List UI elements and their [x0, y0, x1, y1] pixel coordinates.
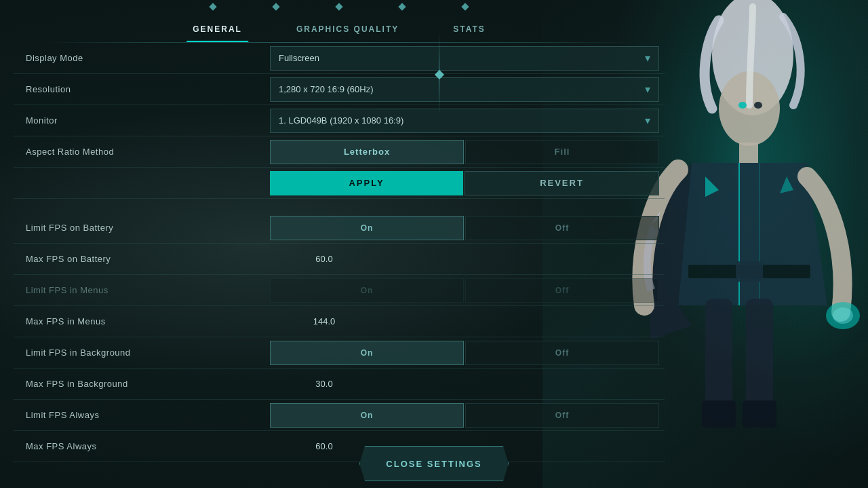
- monitor-controls: 1. LGD049B (1920 x 1080 16:9) ▾: [270, 109, 659, 133]
- limit-fps-battery-off[interactable]: Off: [465, 216, 659, 240]
- limit-fps-always-controls: On Off: [270, 403, 659, 428]
- limit-fps-battery-on[interactable]: On: [270, 216, 464, 240]
- max-fps-menus-value: 144.0: [270, 309, 378, 334]
- svg-point-5: [833, 307, 853, 324]
- spacer-row: [14, 199, 665, 212]
- monitor-arrow: ▾: [645, 114, 650, 127]
- svg-point-13: [754, 102, 762, 109]
- close-settings-button[interactable]: CLOSE SETTINGS: [359, 446, 509, 481]
- settings-panel: GENERAL GRAPHICS QUALITY STATS Display M…: [0, 0, 678, 488]
- diamond-5: [461, 3, 469, 10]
- limit-fps-always-on[interactable]: On: [270, 403, 464, 428]
- display-mode-value: Fullscreen: [279, 53, 319, 63]
- display-mode-controls: Fullscreen ▾: [270, 46, 659, 71]
- limit-fps-battery-label: Limit FPS on Battery: [19, 223, 270, 233]
- monitor-label: Monitor: [19, 115, 270, 126]
- limit-fps-menus-on[interactable]: On: [270, 278, 464, 303]
- limit-fps-menus-off[interactable]: Off: [465, 278, 659, 303]
- max-fps-battery-value: 60.0: [270, 247, 378, 271]
- diamond-1: [209, 3, 216, 10]
- close-settings-container: CLOSE SETTINGS: [0, 446, 868, 488]
- monitor-value: 1. LGD049B (1920 x 1080 16:9): [279, 115, 403, 126]
- limit-fps-battery-row: Limit FPS on Battery On Off: [14, 212, 665, 244]
- svg-rect-3: [739, 143, 758, 163]
- max-fps-background-label: Max FPS in Background: [19, 379, 270, 389]
- limit-fps-background-on[interactable]: On: [270, 341, 464, 365]
- diamond-2: [272, 3, 279, 10]
- revert-button[interactable]: REVERT: [465, 171, 659, 195]
- display-mode-dropdown[interactable]: Fullscreen ▾: [270, 46, 659, 71]
- max-fps-battery-row: Max FPS on Battery 60.0: [14, 244, 665, 275]
- resolution-label: Resolution: [19, 84, 270, 94]
- resolution-arrow: ▾: [645, 83, 650, 96]
- monitor-dropdown[interactable]: 1. LGD049B (1920 x 1080 16:9) ▾: [270, 109, 659, 133]
- limit-fps-background-off[interactable]: Off: [465, 341, 659, 365]
- monitor-row: Monitor 1. LGD049B (1920 x 1080 16:9) ▾: [14, 105, 665, 136]
- apply-revert-row: APPLY REVERT: [14, 168, 665, 199]
- aspect-letterbox-button[interactable]: Letterbox: [270, 140, 464, 164]
- aspect-ratio-row: Aspect Ratio Method Letterbox Fill: [14, 136, 665, 168]
- aspect-fill-button[interactable]: Fill: [465, 140, 659, 164]
- limit-fps-always-off[interactable]: Off: [465, 403, 659, 428]
- limit-fps-background-controls: On Off: [270, 341, 659, 365]
- apply-revert-controls: APPLY REVERT: [270, 171, 659, 195]
- aspect-ratio-label: Aspect Ratio Method: [19, 147, 270, 157]
- max-fps-battery-label: Max FPS on Battery: [19, 254, 270, 264]
- max-fps-background-value: 30.0: [270, 372, 378, 396]
- limit-fps-always-row: Limit FPS Always On Off: [14, 400, 665, 431]
- resolution-controls: 1,280 x 720 16:9 (60Hz) ▾: [270, 77, 659, 102]
- display-mode-label: Display Mode: [19, 53, 270, 63]
- svg-rect-8: [702, 400, 736, 428]
- limit-fps-always-label: Limit FPS Always: [19, 410, 270, 420]
- max-fps-menus-controls: 144.0: [270, 309, 659, 334]
- max-fps-menus-label: Max FPS in Menus: [19, 316, 270, 326]
- limit-fps-background-label: Limit FPS in Background: [19, 348, 270, 358]
- settings-content: Display Mode Fullscreen ▾ Resolution 1,2…: [0, 43, 678, 462]
- limit-fps-background-row: Limit FPS in Background On Off: [14, 337, 665, 369]
- svg-rect-11: [736, 261, 763, 282]
- diamond-4: [398, 3, 406, 10]
- resolution-row: Resolution 1,280 x 720 16:9 (60Hz) ▾: [14, 74, 665, 105]
- svg-rect-9: [743, 400, 776, 428]
- max-fps-menus-row: Max FPS in Menus 144.0: [14, 306, 665, 337]
- aspect-ratio-controls: Letterbox Fill: [270, 140, 659, 164]
- max-fps-background-row: Max FPS in Background 30.0: [14, 369, 665, 400]
- limit-fps-menus-row: Limit FPS in Menus On Off: [14, 275, 665, 306]
- limit-fps-menus-controls: On Off: [270, 278, 659, 303]
- tab-graphics-quality[interactable]: GRAPHICS QUALITY: [269, 19, 426, 42]
- top-decorations: [0, 0, 678, 12]
- display-mode-row: Display Mode Fullscreen ▾: [14, 43, 665, 74]
- tab-general[interactable]: GENERAL: [165, 19, 269, 42]
- display-mode-arrow: ▾: [645, 52, 650, 64]
- resolution-value: 1,280 x 720 16:9 (60Hz): [279, 84, 373, 94]
- max-fps-background-controls: 30.0: [270, 372, 659, 396]
- limit-fps-battery-controls: On Off: [270, 216, 659, 240]
- diamond-3: [335, 3, 342, 10]
- resolution-dropdown[interactable]: 1,280 x 720 16:9 (60Hz) ▾: [270, 77, 659, 102]
- svg-point-12: [738, 102, 747, 109]
- apply-button[interactable]: APPLY: [270, 171, 463, 195]
- limit-fps-menus-label: Limit FPS in Menus: [19, 285, 270, 295]
- max-fps-battery-controls: 60.0: [270, 247, 659, 271]
- settings-nav: GENERAL GRAPHICS QUALITY STATS: [0, 12, 678, 42]
